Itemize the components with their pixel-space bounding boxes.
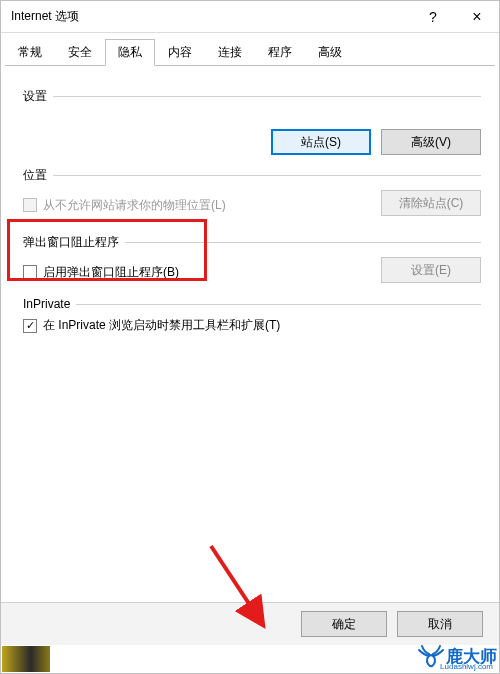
tab-privacy[interactable]: 隐私 <box>105 39 155 66</box>
watermark: 鹿大师 Ludashiwj.com <box>416 643 497 669</box>
help-icon: ? <box>429 9 437 25</box>
tab-security[interactable]: 安全 <box>55 39 105 66</box>
dialog-footer: 确定 取消 <box>1 602 499 645</box>
enable-popup-blocker-label: 启用弹出窗口阻止程序(B) <box>43 264 179 281</box>
settings-button-row: 站点(S) 高级(V) <box>23 129 481 155</box>
popup-settings-button: 设置(E) <box>381 257 481 283</box>
section-inprivate-title: InPrivate <box>23 297 481 311</box>
checkbox-icon <box>23 198 37 212</box>
never-allow-location-label: 从不允许网站请求你的物理位置(L) <box>43 197 226 214</box>
tab-general[interactable]: 常规 <box>5 39 55 66</box>
tab-advanced[interactable]: 高级 <box>305 39 355 66</box>
inprivate-disable-extensions-label: 在 InPrivate 浏览启动时禁用工具栏和扩展(T) <box>43 317 280 334</box>
tab-strip: 常规 安全 隐私 内容 连接 程序 高级 <box>1 39 499 66</box>
sites-button[interactable]: 站点(S) <box>271 129 371 155</box>
dialog-window: Internet 选项 ? × 常规 安全 隐私 内容 连接 程序 高级 设置 … <box>0 0 500 674</box>
window-title: Internet 选项 <box>11 8 79 25</box>
advanced-button[interactable]: 高级(V) <box>381 129 481 155</box>
cancel-button[interactable]: 取消 <box>397 611 483 637</box>
checkbox-checked-icon <box>23 319 37 333</box>
tab-content[interactable]: 内容 <box>155 39 205 66</box>
clear-sites-button: 清除站点(C) <box>381 190 481 216</box>
ok-button[interactable]: 确定 <box>301 611 387 637</box>
tab-programs[interactable]: 程序 <box>255 39 305 66</box>
close-icon: × <box>472 8 481 26</box>
close-button[interactable]: × <box>455 1 499 33</box>
section-popup-title: 弹出窗口阻止程序 <box>23 234 481 251</box>
location-row: 从不允许网站请求你的物理位置(L) 清除站点(C) <box>23 190 481 216</box>
enable-popup-blocker-checkbox[interactable]: 启用弹出窗口阻止程序(B) <box>23 264 179 281</box>
decorative-strip <box>2 646 50 672</box>
help-button[interactable]: ? <box>411 1 455 33</box>
section-settings-title: 设置 <box>23 88 481 105</box>
never-allow-location-checkbox[interactable]: 从不允许网站请求你的物理位置(L) <box>23 197 226 214</box>
section-location-title: 位置 <box>23 167 481 184</box>
inprivate-disable-extensions-checkbox[interactable]: 在 InPrivate 浏览启动时禁用工具栏和扩展(T) <box>23 317 481 334</box>
content-area: 设置 站点(S) 高级(V) 位置 从不允许网站请求你的物理位置(L) 清除站点… <box>1 66 499 334</box>
watermark-site: Ludashiwj.com <box>440 662 493 671</box>
titlebar: Internet 选项 ? × <box>1 1 499 33</box>
checkbox-icon <box>23 265 37 279</box>
popup-row: 启用弹出窗口阻止程序(B) 设置(E) <box>23 257 481 283</box>
tab-connections[interactable]: 连接 <box>205 39 255 66</box>
